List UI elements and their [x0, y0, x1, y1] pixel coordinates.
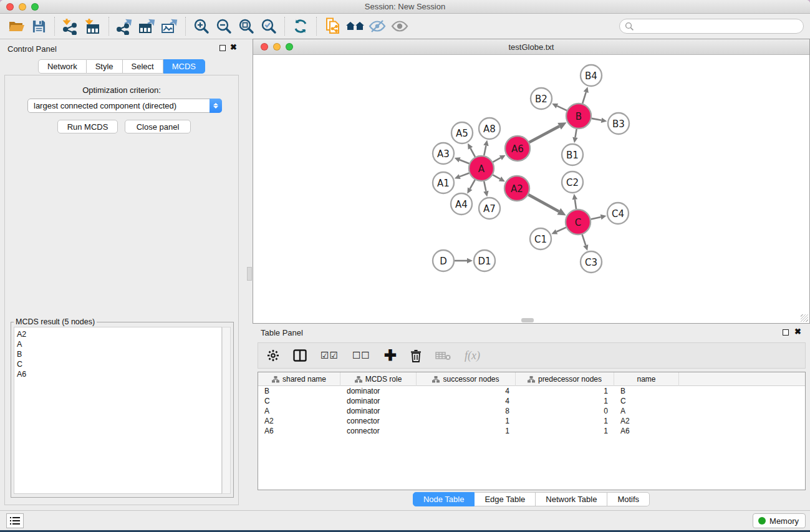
delete-table-button[interactable] — [435, 346, 451, 365]
refresh-view-button[interactable] — [289, 16, 312, 37]
mcds-result-list[interactable]: A2ABCA6 — [14, 327, 222, 494]
graph-node-A5[interactable]: A5 — [451, 122, 473, 143]
table-settings-button[interactable] — [267, 346, 279, 365]
add-column-button[interactable]: ✚ — [384, 346, 397, 365]
table-row[interactable]: Cdominator41C — [258, 396, 805, 406]
function-builder-button[interactable]: f(x) — [465, 346, 480, 365]
graph-node-C2[interactable]: C2 — [562, 172, 583, 193]
graph-edge-C-C1[interactable] — [557, 228, 566, 232]
network-hscrollbar-thumb[interactable] — [521, 318, 534, 322]
graph-edge-A-A3[interactable] — [460, 160, 469, 163]
graph-edge-A-A8[interactable] — [484, 145, 486, 155]
graph-edge-B-B2[interactable] — [557, 106, 567, 110]
graph-edge-A6-B[interactable] — [529, 126, 560, 142]
network-graph[interactable]: B4B2BB3A5A8A6B1A3AA1C2A2A4A7C4CC1DD1C3 — [253, 55, 809, 323]
graph-node-B[interactable]: B — [566, 104, 591, 128]
zoom-window-button[interactable] — [31, 3, 39, 11]
show-all-button[interactable] — [388, 16, 411, 37]
column-header-shared-name[interactable]: shared name — [258, 372, 340, 386]
zoom-fit-button[interactable] — [235, 16, 258, 37]
table-row[interactable]: Bdominator41B — [258, 386, 805, 396]
graph-node-B1[interactable]: B1 — [562, 144, 583, 165]
export-network-button[interactable] — [113, 16, 136, 37]
column-header-mcds-role[interactable]: MCDS role — [340, 372, 417, 386]
mcds-result-item[interactable]: A — [17, 339, 221, 349]
close-window-button[interactable] — [6, 3, 14, 11]
mcds-result-item[interactable]: A2 — [17, 329, 221, 339]
table-row[interactable]: A2connector11A2 — [258, 416, 805, 426]
graph-node-C1[interactable]: C1 — [530, 228, 551, 249]
graph-edge-B-B3[interactable] — [592, 118, 602, 120]
table-panel-close-button[interactable]: ✖ — [794, 327, 801, 336]
tab-motifs[interactable]: Motifs — [607, 492, 650, 506]
graph-edge-A-A1[interactable] — [460, 173, 469, 177]
graph-edge-A-A4[interactable] — [470, 180, 475, 188]
mcds-result-item[interactable]: A6 — [17, 369, 221, 379]
graph-node-A3[interactable]: A3 — [433, 143, 454, 164]
graph-edge-B-B1[interactable] — [575, 129, 576, 138]
graph-edge-A-A5[interactable] — [470, 148, 475, 157]
tab-network[interactable]: Network — [38, 59, 87, 74]
zoom-out-button[interactable] — [213, 16, 235, 37]
export-table-button[interactable] — [136, 16, 158, 37]
graph-node-A6[interactable]: A6 — [505, 136, 530, 161]
open-network-file-button[interactable] — [321, 16, 344, 37]
column-header-name[interactable]: name — [614, 372, 679, 386]
close-panel-button[interactable]: Close panel — [125, 120, 191, 133]
graph-edge-C-C2[interactable] — [575, 200, 576, 209]
graph-edge-A-A2[interactable] — [493, 175, 500, 179]
graph-edge-A2-C[interactable] — [528, 195, 559, 211]
run-mcds-button[interactable]: Run MCDS — [57, 120, 118, 133]
graph-node-B4[interactable]: B4 — [581, 65, 602, 86]
tab-network-table[interactable]: Network Table — [536, 492, 607, 506]
deselect-all-columns-button[interactable]: ☐☐ — [352, 346, 370, 365]
graph-node-C[interactable]: C — [566, 210, 591, 235]
graph-node-A7[interactable]: A7 — [479, 198, 500, 219]
table-panel-float-button[interactable] — [783, 329, 789, 336]
import-network-button[interactable] — [59, 16, 82, 37]
save-session-button[interactable] — [27, 16, 50, 37]
mcds-result-item[interactable]: C — [17, 359, 221, 369]
memory-button[interactable]: Memory — [753, 513, 806, 528]
graph-edge-A-A6[interactable] — [493, 158, 500, 162]
graph-node-A1[interactable]: A1 — [433, 172, 454, 193]
tab-style[interactable]: Style — [87, 59, 123, 74]
mcds-result-scrollbar[interactable] — [222, 327, 231, 494]
delete-column-button[interactable] — [410, 346, 422, 365]
graph-node-A4[interactable]: A4 — [451, 193, 472, 215]
control-panel-close-button[interactable]: ✖ — [230, 43, 237, 52]
zoom-selected-button[interactable] — [258, 16, 280, 37]
graph-node-C3[interactable]: C3 — [581, 251, 602, 273]
select-all-columns-button[interactable]: ☑☑ — [321, 346, 339, 365]
control-panel-float-button[interactable] — [219, 45, 226, 51]
tab-edge-table[interactable]: Edge Table — [475, 492, 536, 506]
mcds-result-item[interactable]: B — [17, 349, 221, 359]
column-layout-button[interactable] — [293, 346, 307, 365]
table-row[interactable]: A6connector11A6 — [258, 426, 805, 436]
export-image-button[interactable] — [158, 16, 181, 37]
minimize-window-button[interactable] — [19, 3, 26, 11]
graph-edge-C-C3[interactable] — [582, 235, 586, 245]
graph-node-B2[interactable]: B2 — [531, 88, 552, 109]
network-close-button[interactable] — [261, 43, 268, 51]
graph-node-A[interactable]: A — [469, 156, 494, 181]
first-neighbors-button[interactable] — [344, 16, 366, 37]
hide-selected-button[interactable] — [366, 16, 388, 37]
graph-node-B3[interactable]: B3 — [608, 113, 629, 134]
resize-grip[interactable] — [801, 314, 808, 322]
graph-node-D1[interactable]: D1 — [474, 250, 495, 271]
tab-node-table[interactable]: Node Table — [413, 492, 475, 506]
splitter-handle[interactable] — [247, 267, 252, 281]
column-header-successor-nodes[interactable]: successor nodes — [417, 372, 516, 386]
zoom-in-button[interactable] — [190, 16, 213, 37]
search-input[interactable] — [637, 21, 803, 32]
search-box[interactable] — [619, 19, 804, 34]
graph-node-C4[interactable]: C4 — [607, 203, 629, 224]
optimization-criterion-dropdown[interactable]: largest connected component (directed) — [27, 99, 222, 113]
graph-edge-C-C4[interactable] — [591, 217, 601, 220]
tab-mcds[interactable]: MCDS — [163, 59, 205, 74]
import-table-button[interactable] — [82, 16, 104, 37]
table-row[interactable]: Adominator80A — [258, 406, 805, 416]
graph-edge-B-B4[interactable] — [582, 92, 586, 104]
task-history-button[interactable] — [6, 513, 24, 528]
